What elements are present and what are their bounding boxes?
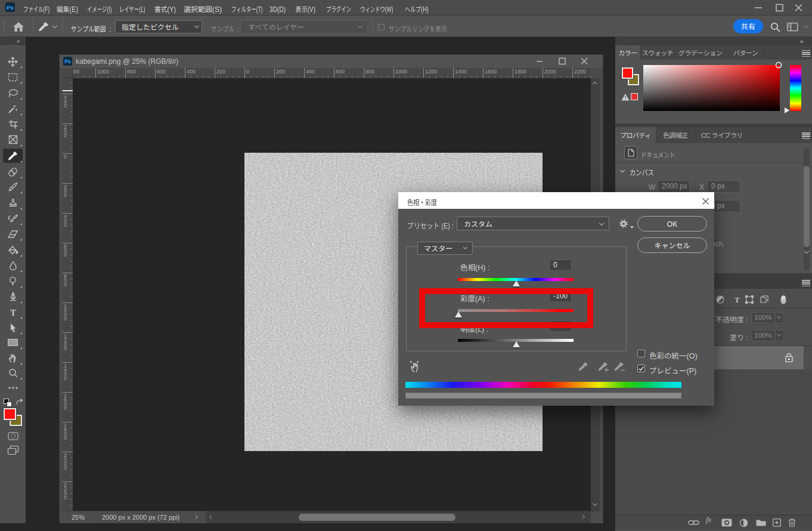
svg-text:Ps: Ps (7, 4, 14, 11)
svg-text:T: T (734, 295, 740, 304)
svg-text:T: T (10, 308, 16, 317)
svg-text:Ps: Ps (64, 58, 71, 64)
